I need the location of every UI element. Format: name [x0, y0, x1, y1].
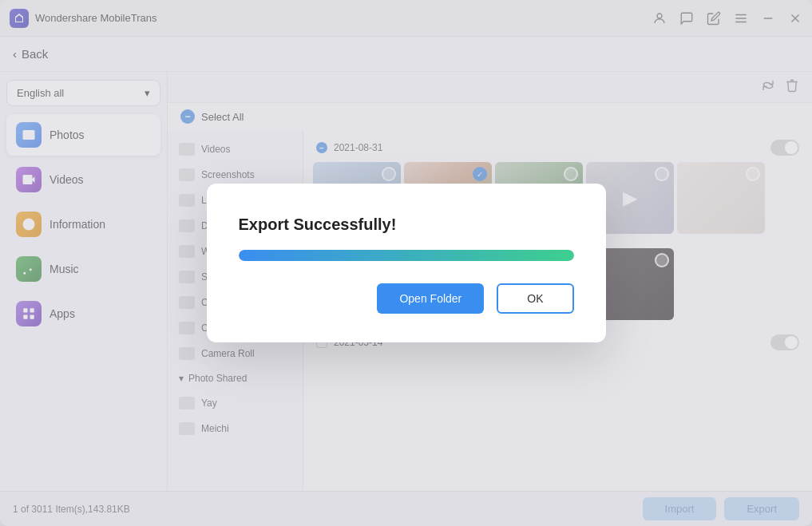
open-folder-button[interactable]: Open Folder: [377, 283, 484, 314]
progress-bar-fill: [239, 250, 574, 261]
app-window: Wondershare MobileTrans: [0, 0, 812, 526]
modal-title: Export Successfully!: [239, 216, 397, 234]
ok-button[interactable]: OK: [497, 283, 573, 314]
modal-buttons: Open Folder OK: [377, 283, 573, 314]
progress-bar-track: [239, 250, 574, 261]
modal-overlay: Export Successfully! Open Folder OK: [0, 0, 812, 526]
export-success-modal: Export Successfully! Open Folder OK: [207, 184, 606, 342]
